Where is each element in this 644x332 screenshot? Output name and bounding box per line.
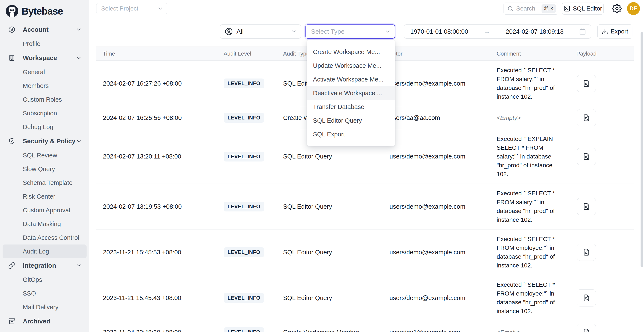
sidebar-item-data-access-control[interactable]: Data Access Control <box>2 231 86 244</box>
cell-actor: users/demo@example.com <box>382 295 490 302</box>
sidebar-item-label: Data Masking <box>23 220 61 228</box>
cell-payload <box>569 109 634 126</box>
cell-audit-type: Create Workspace Member <box>276 329 382 332</box>
sidebar-item-label: Workspace <box>23 54 57 62</box>
file-search-icon <box>582 153 590 161</box>
type-menu-item-update-workspace-me[interactable]: Update Workspace Me... <box>307 59 395 72</box>
sidebar-item-label: SSO <box>23 290 36 297</box>
sidebar-item-schema-template[interactable]: Schema Template <box>2 176 86 190</box>
sidebar-item-custom-roles[interactable]: Custom Roles <box>2 93 86 106</box>
sidebar-item-label: Custom Roles <box>23 96 62 103</box>
sidebar-item-label: Debug Log <box>23 124 53 131</box>
sidebar-item-members[interactable]: Members <box>2 79 86 93</box>
cell-time: 2024-02-07 16:25:56 +08:00 <box>96 114 216 121</box>
actor-filter-value: All <box>236 28 291 35</box>
sidebar-item-general[interactable]: General <box>2 65 86 79</box>
vertical-scrollbar[interactable] <box>640 32 643 267</box>
cell-payload <box>569 75 634 92</box>
level-badge: LEVEL_INFO <box>224 78 264 88</box>
payload-view-button[interactable] <box>577 75 596 92</box>
sidebar-item-custom-approval[interactable]: Custom Approval <box>2 203 86 217</box>
sidebar-item-slow-query[interactable]: Slow Query <box>2 162 86 176</box>
column-header-payload: Payload <box>569 50 634 57</box>
type-menu-item-transfer-database[interactable]: Transfer Database <box>307 100 395 114</box>
cell-audit-level: LEVEL_INFO <box>216 247 276 257</box>
sidebar-item-workspace[interactable]: Workspace <box>2 51 86 65</box>
level-badge: LEVEL_INFO <box>224 113 264 123</box>
export-button[interactable]: Export <box>598 24 632 39</box>
brand-name: Bytebase <box>22 5 63 17</box>
chevron-down-icon <box>291 28 297 34</box>
cell-time: 2024-02-07 13:19:53 +08:00 <box>96 203 216 210</box>
sidebar-item-sql-review[interactable]: SQL Review <box>2 149 86 162</box>
cell-actor: users/aa@aa.com <box>382 114 490 121</box>
type-menu-item-activate-workspace-me[interactable]: Activate Workspace Me... <box>307 72 395 86</box>
empty-comment: <Empty> <box>497 329 521 332</box>
brand-logo[interactable]: Bytebase <box>0 0 89 22</box>
search-input[interactable]: Search ⌘ K <box>504 2 558 14</box>
avatar[interactable]: DE <box>627 2 640 15</box>
cell-audit-level: LEVEL_INFO <box>216 327 276 332</box>
payload-view-button[interactable] <box>577 109 596 126</box>
column-header-actor: Actor <box>382 50 490 57</box>
sidebar-item-label: Archived <box>23 318 50 325</box>
cell-payload <box>569 244 634 261</box>
sidebar-item-gitops[interactable]: GitOps <box>2 273 86 287</box>
sidebar-item-debug-log[interactable]: Debug Log <box>2 120 86 134</box>
sidebar-item-mail-delivery[interactable]: Mail Delivery <box>2 300 86 314</box>
payload-view-button[interactable] <box>577 244 596 261</box>
user-circle-icon <box>224 27 233 36</box>
sidebar-item-profile[interactable]: Profile <box>2 37 86 51</box>
sidebar-item-label: Custom Approval <box>23 207 70 214</box>
type-menu-item-sql-editor-query[interactable]: SQL Editor Query <box>307 114 395 127</box>
cell-comment: <Empty> <box>490 323 569 332</box>
type-menu-item-sql-export[interactable]: SQL Export <box>307 127 395 141</box>
sidebar-item-label: Audit Log <box>23 248 49 255</box>
date-end: 2024-02-07 18:09:13 <box>506 28 564 35</box>
file-search-icon <box>582 294 590 302</box>
sidebar-item-security-policy[interactable]: Security & Policy <box>2 134 86 149</box>
sidebar-item-integration[interactable]: Integration <box>2 258 86 273</box>
chevron-down-icon <box>76 27 82 33</box>
file-search-icon <box>582 203 590 210</box>
level-badge: LEVEL_INFO <box>224 247 264 257</box>
chevron-down-icon <box>76 55 82 61</box>
main-area: Select Project Search ⌘ K SQL Editor DE … <box>89 0 644 332</box>
sql-editor-button[interactable]: SQL Editor <box>562 2 604 14</box>
select-project-dropdown[interactable]: Select Project <box>96 3 167 14</box>
date-range-picker[interactable]: 1970-01-01 08:00:00 → 2024-02-07 18:09:1… <box>404 24 591 39</box>
chevron-down-icon <box>76 138 82 144</box>
sidebar-item-sso[interactable]: SSO <box>2 287 86 300</box>
type-menu-item-create-workspace-me[interactable]: Create Workspace Me... <box>307 45 395 59</box>
actor-filter-dropdown[interactable]: All <box>220 24 301 39</box>
app-window: Bytebase AccountProfileWorkspaceGeneralM… <box>0 0 644 332</box>
search-shortcut-badge: ⌘ K <box>542 4 556 13</box>
sidebar-item-subscription[interactable]: Subscription <box>2 106 86 120</box>
sidebar-item-audit-log[interactable]: Audit Log <box>2 244 86 258</box>
table-row: 2023-11-21 15:45:43 +08:00LEVEL_INFOSQL … <box>96 275 634 321</box>
sidebar-item-account[interactable]: Account <box>2 22 86 37</box>
sidebar-item-archived[interactable]: Archived <box>2 314 86 329</box>
sql-editor-label: SQL Editor <box>573 5 602 12</box>
column-header-audit-level: Audit Level <box>216 50 276 57</box>
payload-view-button[interactable] <box>577 198 596 215</box>
sidebar-item-data-masking[interactable]: Data Masking <box>2 217 86 231</box>
cell-time: 2023-11-04 22:48:30 +08:00 <box>96 329 216 332</box>
chevron-down-icon <box>385 28 391 34</box>
type-filter-placeholder: Select Type <box>311 28 385 35</box>
search-placeholder: Search <box>516 5 542 12</box>
cell-time: 2024-02-07 16:27:26 +08:00 <box>96 80 216 87</box>
type-menu-item-deactivate-workspace[interactable]: Deactivate Workspace ... <box>307 86 395 100</box>
sidebar-item-label: Data Access Control <box>23 234 79 241</box>
payload-view-button[interactable] <box>577 289 596 307</box>
cell-audit-level: LEVEL_INFO <box>216 113 276 123</box>
table-row: 2023-11-21 15:45:53 +08:00LEVEL_INFOSQL … <box>96 229 634 275</box>
file-search-icon <box>582 114 590 122</box>
gear-icon[interactable] <box>612 4 622 13</box>
payload-view-button[interactable] <box>577 324 596 332</box>
sidebar-item-label: SQL Review <box>23 152 57 159</box>
sidebar-item-risk-center[interactable]: Risk Center <box>2 190 86 203</box>
payload-view-button[interactable] <box>577 148 596 165</box>
type-filter-combobox[interactable]: Select Type <box>306 24 395 39</box>
cell-time: 2024-02-07 13:20:11 +08:00 <box>96 153 216 160</box>
